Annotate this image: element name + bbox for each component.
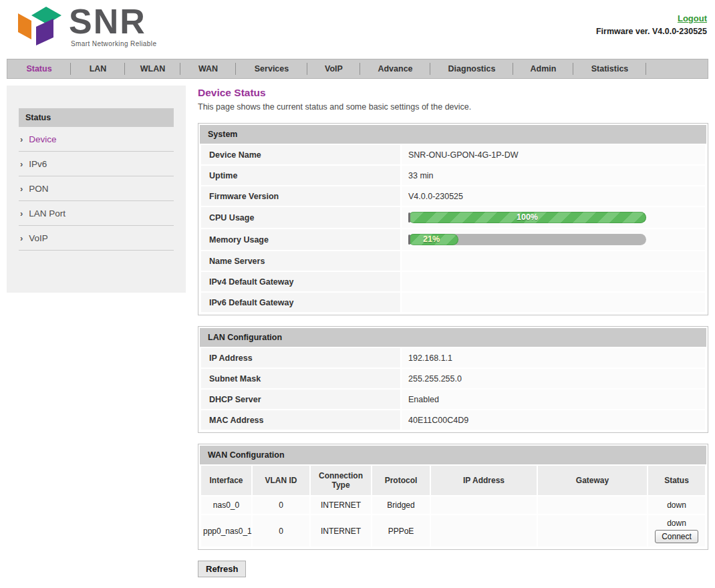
row-value: SNR-ONU-GPON-4G-1P-DW bbox=[402, 145, 705, 164]
chevron-right-icon: › bbox=[20, 184, 23, 193]
chevron-right-icon: › bbox=[20, 234, 23, 243]
tab-services[interactable]: Services bbox=[236, 59, 307, 78]
navbar: StatusLANWLANWANServicesVoIPAdvanceDiagn… bbox=[7, 59, 708, 79]
row-label: MAC Address bbox=[201, 410, 400, 430]
wan-column-connection-type: Connection Type bbox=[311, 466, 371, 495]
wan-cell-ip-address bbox=[431, 515, 537, 547]
row-label: Uptime bbox=[201, 166, 400, 185]
tab-wlan[interactable]: WLAN bbox=[125, 59, 180, 78]
sidebar-item-label: VoIP bbox=[29, 233, 48, 243]
wan-cell-gateway bbox=[538, 496, 647, 514]
firmware-version-text: Firmware ver. V4.0.0-230525 bbox=[596, 27, 707, 36]
wan-row-ppp0-nas0-1: ppp0_nas0_10INTERNETPPPoEdownConnect bbox=[201, 515, 705, 547]
sidebar-item-label: LAN Port bbox=[29, 208, 65, 218]
sidebar-item-label: IPv6 bbox=[29, 159, 47, 169]
system-row-ipv4-default-gateway: IPv4 Default Gateway bbox=[201, 272, 705, 291]
sidebar-item-ipv6[interactable]: ›IPv6 bbox=[19, 152, 174, 176]
chevron-right-icon: › bbox=[20, 160, 23, 168]
sidebar-title: Status bbox=[19, 108, 174, 127]
system-row-firmware-version: Firmware VersionV4.0.0-230525 bbox=[201, 186, 705, 206]
brand-tagline: Smart Networking Reliable bbox=[71, 40, 156, 47]
wan-cell-interface: nas0_0 bbox=[201, 496, 251, 514]
row-value: V4.0.0-230525 bbox=[402, 186, 705, 206]
wan-cell-connection-type: INTERNET bbox=[311, 496, 371, 514]
tab-diagnostics[interactable]: Diagnostics bbox=[430, 59, 513, 78]
wan-row-nas0-0: nas0_00INTERNETBridgeddown bbox=[201, 496, 705, 514]
wan-section-header: WAN Configuration bbox=[200, 446, 706, 464]
wan-column-gateway: Gateway bbox=[538, 466, 647, 495]
wan-cell-status: down bbox=[648, 496, 705, 514]
sidebar-item-label: Device bbox=[29, 134, 56, 144]
system-row-ipv6-default-gateway: IPv6 Default Gateway bbox=[201, 293, 705, 312]
row-value: Enabled bbox=[402, 390, 705, 409]
sidebar: Status ›Device›IPv6›PON›LAN Port›VoIP bbox=[7, 86, 186, 293]
row-label: DHCP Server bbox=[201, 390, 400, 409]
row-value bbox=[402, 272, 705, 291]
main-content: Device Status This page shows the curren… bbox=[198, 86, 708, 577]
row-label: Subnet Mask bbox=[201, 369, 400, 388]
wan-cell-vlan-id: 0 bbox=[253, 515, 309, 547]
wan-cell-status: downConnect bbox=[648, 515, 705, 547]
wan-cell-vlan-id: 0 bbox=[253, 496, 309, 514]
sidebar-item-lan-port[interactable]: ›LAN Port bbox=[19, 201, 174, 226]
sidebar-item-device[interactable]: ›Device bbox=[19, 127, 174, 152]
page-header: SNR Smart Networking Reliable Logout Fir… bbox=[0, 0, 715, 59]
brand-name: SNR bbox=[69, 4, 156, 39]
row-value: 100% bbox=[402, 207, 705, 228]
memory-usage-bar: 21% bbox=[408, 234, 646, 245]
chevron-right-icon: › bbox=[20, 135, 23, 144]
sidebar-item-label: PON bbox=[29, 184, 48, 194]
page-title: Device Status bbox=[198, 87, 708, 99]
lan-row-dhcp-server: DHCP ServerEnabled bbox=[201, 390, 705, 409]
row-value: 192.168.1.1 bbox=[402, 348, 705, 368]
logout-link[interactable]: Logout bbox=[678, 13, 707, 23]
wan-column-protocol: Protocol bbox=[372, 466, 430, 495]
wan-column-vlan-id: VLAN ID bbox=[253, 466, 309, 495]
tab-advance[interactable]: Advance bbox=[360, 59, 430, 78]
lan-row-ip-address: IP Address192.168.1.1 bbox=[201, 348, 705, 368]
wan-configuration-panel: WAN Configuration InterfaceVLAN IDConnec… bbox=[198, 444, 708, 550]
status-value: down bbox=[650, 500, 703, 510]
lan-configuration-panel: LAN Configuration IP Address192.168.1.1S… bbox=[198, 326, 708, 433]
row-value: 33 min bbox=[402, 166, 705, 185]
wan-column-ip-address: IP Address bbox=[431, 466, 537, 495]
tab-lan[interactable]: LAN bbox=[71, 59, 125, 78]
tab-statistics[interactable]: Statistics bbox=[573, 59, 646, 78]
system-row-cpu-usage: CPU Usage100% bbox=[201, 207, 705, 228]
row-label: Name Servers bbox=[201, 251, 400, 271]
row-label: IPv6 Default Gateway bbox=[201, 293, 400, 312]
row-label: CPU Usage bbox=[201, 207, 400, 228]
row-value: 21% bbox=[402, 229, 705, 250]
connect-button[interactable]: Connect bbox=[655, 530, 698, 543]
snr-logo-icon bbox=[10, 4, 63, 48]
tab-wan[interactable]: WAN bbox=[180, 59, 236, 78]
row-label: IPv4 Default Gateway bbox=[201, 272, 400, 291]
cpu-usage-bar: 100% bbox=[408, 212, 646, 223]
sidebar-item-pon[interactable]: ›PON bbox=[19, 176, 174, 201]
tab-voip[interactable]: VoIP bbox=[307, 59, 360, 78]
lan-row-subnet-mask: Subnet Mask255.255.255.0 bbox=[201, 369, 705, 388]
tab-status[interactable]: Status bbox=[7, 59, 71, 78]
row-value bbox=[402, 293, 705, 312]
sidebar-item-voip[interactable]: ›VoIP bbox=[19, 226, 174, 251]
tab-admin[interactable]: Admin bbox=[513, 59, 573, 78]
lan-row-mac-address: MAC Address40E11C00C4D9 bbox=[201, 410, 705, 430]
row-value: 40E11C00C4D9 bbox=[402, 410, 705, 430]
wan-cell-ip-address bbox=[431, 496, 537, 514]
wan-cell-gateway bbox=[538, 515, 647, 547]
row-label: Device Name bbox=[201, 145, 400, 164]
row-label: Firmware Version bbox=[201, 186, 400, 206]
wan-cell-protocol: Bridged bbox=[372, 496, 430, 514]
system-row-uptime: Uptime33 min bbox=[201, 166, 705, 185]
page-subtitle: This page shows the current status and s… bbox=[198, 102, 708, 112]
system-row-device-name: Device NameSNR-ONU-GPON-4G-1P-DW bbox=[201, 145, 705, 164]
progress-value: 21% bbox=[423, 234, 440, 245]
row-label: IP Address bbox=[201, 348, 400, 368]
refresh-button[interactable]: Refresh bbox=[198, 561, 246, 577]
system-section-header: System bbox=[200, 125, 706, 144]
wan-column-interface: Interface bbox=[201, 466, 251, 495]
status-value: down bbox=[650, 519, 703, 528]
row-value bbox=[402, 251, 705, 271]
row-value: 255.255.255.0 bbox=[402, 369, 705, 388]
wan-cell-protocol: PPPoE bbox=[372, 515, 430, 547]
